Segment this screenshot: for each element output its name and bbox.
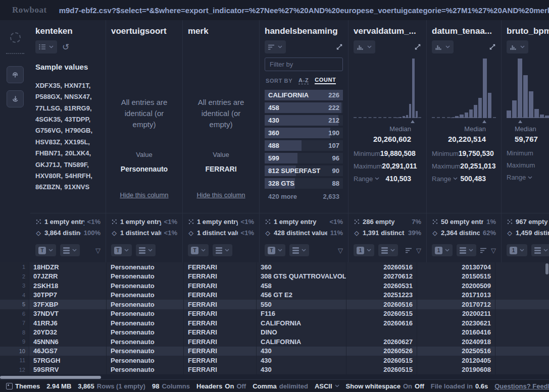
table-row[interactable]: 820YD32PersonenautoFERRARIDINO20160416: [0, 328, 549, 338]
range-dropdown[interactable]: Range: [432, 175, 458, 183]
type-dropdown[interactable]: 1: [432, 244, 453, 256]
table-cell: 308 GTS QUATTROVALVOLE: [256, 272, 346, 282]
table-row[interactable]: 207JZRRPersonenautoFERRARI308 GTS QUATTR…: [0, 272, 549, 282]
distinct-count: 1,391 distinct: [363, 229, 405, 237]
chevron-down-icon: [445, 45, 450, 48]
table-row[interactable]: 741RRJ6PersonenautoFERRARICALIFORNIA2026…: [0, 318, 549, 328]
row-number: 12: [0, 365, 29, 375]
table-row[interactable]: 118HDZRPersonenautoFERRARI36020260516201…: [0, 262, 549, 272]
table-row[interactable]: 1046JGS7PersonenautoFERRARI4302026052620…: [0, 347, 549, 356]
distinct-pct: 39%: [408, 229, 421, 237]
range-dropdown[interactable]: Range: [507, 174, 532, 181]
empty-dots-icon: [507, 219, 513, 225]
delimiter-setting[interactable]: Commadelimited: [253, 382, 308, 390]
expand-icon[interactable]: [336, 43, 343, 50]
layout-dropdown[interactable]: [531, 244, 549, 256]
table-cell: 20260531: [346, 281, 417, 291]
table-cell: 20120405: [417, 356, 495, 365]
sort-count-link[interactable]: COUNT: [315, 77, 336, 84]
value-label: 458: [265, 104, 328, 111]
distinct-count: 2,364 distinct: [441, 229, 480, 237]
layout-dropdown[interactable]: [213, 244, 232, 256]
table-row[interactable]: 1259SRRVPersonenautoFERRARI4302026051520…: [0, 365, 549, 375]
sort-icon[interactable]: [406, 248, 412, 253]
value-label: 360: [265, 129, 328, 137]
histogram-mode-dropdown[interactable]: [354, 40, 375, 53]
hide-column-link[interactable]: Hide this column: [196, 191, 245, 199]
encoding-dropdown[interactable]: ASCII: [315, 382, 339, 390]
sort-az-link[interactable]: A-Z: [298, 77, 309, 84]
filter-funnel-icon[interactable]: ▽: [95, 247, 101, 254]
table-cell: 20260627: [346, 337, 417, 347]
type-dropdown[interactable]: 1: [354, 244, 374, 256]
histogram-bar: [416, 111, 418, 118]
document-title: m9d7-ebf2.csv?$select=*&$where=export_in…: [59, 6, 549, 15]
whitespace-toggle[interactable]: Show whitespaceOnOff: [346, 382, 424, 390]
upload-button[interactable]: [7, 66, 24, 83]
value-row[interactable]: 488107: [265, 140, 343, 151]
more-values-row[interactable]: 420 more 2,633: [265, 191, 343, 202]
hide-column-link[interactable]: Hide this column: [120, 191, 168, 199]
empty-count: 50 empty entries: [441, 218, 483, 226]
table-cell-empty: [495, 262, 549, 272]
filter-funnel-icon[interactable]: ▽: [338, 247, 343, 254]
table-row[interactable]: 430TPP7PersonenautoFERRARI456 GT E220251…: [0, 291, 549, 300]
max-value: 20,291,011: [382, 162, 417, 170]
value-row[interactable]: 458222: [265, 102, 343, 113]
type-number-icon: 1: [435, 247, 442, 254]
column-header: kenteken: [30, 20, 106, 37]
type-dropdown[interactable]: T: [265, 244, 285, 256]
horizontal-scrollbar[interactable]: [0, 376, 101, 379]
histogram-mode-dropdown[interactable]: [507, 40, 528, 53]
layout-dropdown[interactable]: [457, 244, 476, 256]
view-mode-dropdown[interactable]: [35, 40, 57, 53]
headers-toggle[interactable]: HeadersOnOff: [196, 382, 246, 390]
table-cell: Personenauto: [106, 262, 183, 272]
vertical-scrollbar[interactable]: [545, 263, 548, 274]
value-row[interactable]: CALIFORNIA226: [265, 90, 343, 100]
identical-value: FERRARI: [188, 165, 254, 173]
layout-dropdown[interactable]: [136, 244, 156, 256]
layout-dropdown[interactable]: [60, 244, 80, 256]
themes-button[interactable]: Themes: [6, 382, 40, 390]
chevron-down-icon: [278, 45, 282, 48]
histogram-mode-dropdown[interactable]: [432, 40, 454, 53]
table-cell: 46JGS7: [29, 347, 106, 356]
table-row[interactable]: 537FXBPPersonenautoFERRARI55020260516201…: [0, 300, 549, 309]
min-label: Minimum: [432, 150, 459, 157]
type-dropdown[interactable]: T: [111, 244, 132, 256]
row-number: 5: [0, 300, 29, 309]
reset-icon[interactable]: ↺: [62, 42, 69, 52]
value-row[interactable]: 59996: [265, 153, 343, 163]
type-dropdown[interactable]: T: [35, 244, 56, 256]
column-vervaldatum: vervaldatum_...: [348, 20, 427, 262]
table-cell: 20260515: [346, 365, 417, 375]
value-row[interactable]: 430212: [265, 115, 343, 126]
download-button[interactable]: [7, 90, 24, 107]
table-row[interactable]: 32SKH18PersonenautoFERRARI45820260531202…: [0, 281, 549, 291]
expand-icon[interactable]: [414, 43, 421, 50]
value-row[interactable]: 812 SUPERFAST90: [265, 165, 343, 176]
value-row[interactable]: 328 GTS88: [265, 178, 343, 189]
column-stats: 286 empty7% ◇1,391 distinct39%: [348, 213, 426, 240]
table-row[interactable]: 1157RGGHPersonenautoFERRARI4302026051520…: [0, 356, 549, 365]
expand-icon[interactable]: [489, 43, 496, 50]
layout-dropdown[interactable]: [289, 244, 309, 256]
type-dropdown[interactable]: T: [188, 244, 209, 256]
filter-funnel-icon[interactable]: ▽: [491, 247, 496, 254]
table-row[interactable]: 945NNN6PersonenautoFERRARICALIFORNIA2026…: [0, 337, 549, 347]
table-row[interactable]: 637NDVTPersonenautoFERRARIF1162026051520…: [0, 309, 549, 319]
range-dropdown[interactable]: Range: [354, 175, 379, 183]
filter-funnel-icon[interactable]: ▽: [416, 247, 421, 254]
sort-icon[interactable]: [480, 248, 487, 253]
horizontal-scrollbar-track: [0, 376, 549, 379]
table-cell: 20260516: [346, 300, 417, 309]
distinct-diamond-icon: ◇: [35, 230, 41, 237]
sort-mode-dropdown[interactable]: [265, 40, 286, 53]
type-dropdown[interactable]: 1: [507, 244, 527, 256]
filter-input[interactable]: [265, 58, 343, 71]
layout-dropdown[interactable]: [378, 244, 398, 256]
feedback-link[interactable]: Questions? Feedback?: [494, 382, 549, 390]
median-label: Median: [354, 125, 411, 133]
value-row[interactable]: 360190: [265, 128, 343, 138]
